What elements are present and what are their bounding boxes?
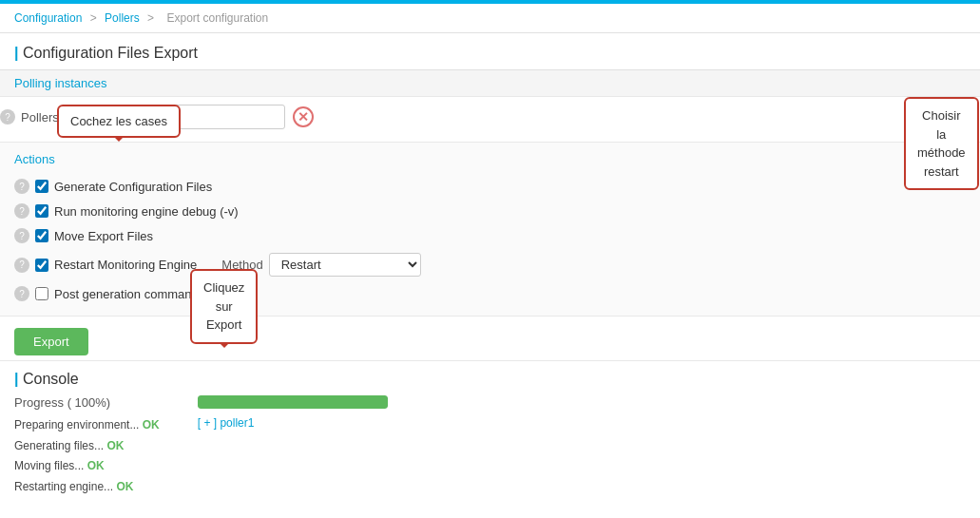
console-log-line: Moving files... OK bbox=[14, 456, 160, 477]
method-label: Method bbox=[221, 258, 262, 272]
console-left: Progress ( 100%) Preparing environment..… bbox=[14, 395, 160, 497]
console-log: Preparing environment... OKGenerating fi… bbox=[14, 415, 160, 497]
action-checkbox-1[interactable] bbox=[35, 204, 48, 218]
action-row: ?Run monitoring engine debug (-v) bbox=[14, 199, 966, 223]
action-label: Post generation command bbox=[54, 287, 199, 301]
action-row: ?Move Export Files bbox=[14, 223, 966, 248]
console-log-status: OK bbox=[116, 480, 133, 493]
console-log-status: OK bbox=[143, 418, 160, 432]
pollers-row: ? Pollers × poller1 ✕ bbox=[0, 97, 980, 137]
pollers-input-area: × poller1 ✕ bbox=[95, 105, 980, 129]
pollers-label: ? Pollers bbox=[0, 109, 76, 125]
console-title: Console bbox=[14, 371, 966, 388]
action-checkbox-2[interactable] bbox=[35, 229, 48, 242]
console-log-line: Restarting engine... OK bbox=[14, 477, 160, 498]
method-select[interactable]: RestartReloadNone bbox=[269, 253, 421, 277]
export-button[interactable]: Export bbox=[14, 328, 88, 355]
action-label: Generate Configuration Files bbox=[54, 180, 212, 194]
action-label: Run monitoring engine debug (-v) bbox=[54, 204, 239, 219]
clear-button[interactable]: ✕ bbox=[293, 106, 314, 127]
action-help-icon[interactable]: ? bbox=[14, 203, 29, 219]
polling-section-title: Polling instances bbox=[0, 70, 980, 97]
progress-bar-fill bbox=[198, 395, 388, 409]
tag-remove-icon[interactable]: × bbox=[107, 111, 113, 123]
tag-label: poller1 bbox=[117, 110, 151, 124]
action-label: Restart Monitoring Engine bbox=[54, 258, 197, 272]
console-section: Console Progress ( 100%) Preparing envir… bbox=[0, 360, 980, 507]
action-checkbox-0[interactable] bbox=[35, 180, 48, 193]
action-row: ?Restart Monitoring EngineMethodRestartR… bbox=[14, 248, 966, 281]
console-log-status: OK bbox=[87, 459, 105, 472]
action-help-icon[interactable]: ? bbox=[14, 258, 29, 273]
poller-tag-input[interactable]: × poller1 bbox=[95, 105, 285, 129]
page-header: Configuration Files Export bbox=[0, 33, 980, 70]
action-row: ?Generate Configuration Files bbox=[14, 174, 966, 199]
pollers-help-icon[interactable]: ? bbox=[0, 109, 15, 125]
actions-list: ?Generate Configuration Files?Run monito… bbox=[14, 174, 966, 306]
console-right: [ + ] poller1 bbox=[198, 395, 388, 430]
action-help-icon[interactable]: ? bbox=[14, 179, 29, 194]
breadcrumb-pollers[interactable]: Pollers bbox=[105, 11, 140, 25]
action-checkbox-4[interactable] bbox=[35, 287, 48, 300]
breadcrumb-configuration[interactable]: Configuration bbox=[14, 11, 82, 25]
breadcrumb-current: Export configuration bbox=[166, 11, 268, 25]
page-title: Configuration Files Export bbox=[14, 45, 966, 62]
console-log-line: Preparing environment... OK bbox=[14, 415, 160, 436]
poller-tag: × poller1 bbox=[102, 108, 157, 125]
poller-status-tag: [ + ] poller1 bbox=[198, 416, 388, 430]
action-row: ?Post generation command bbox=[14, 281, 966, 306]
progress-bar-wrap bbox=[198, 395, 388, 409]
action-checkbox-3[interactable] bbox=[35, 259, 48, 272]
action-help-icon[interactable]: ? bbox=[14, 286, 29, 301]
actions-title: Actions bbox=[14, 152, 966, 166]
export-area: Export Cliquez sur Export bbox=[0, 317, 980, 360]
console-log-line: Generating files... OK bbox=[14, 436, 160, 457]
progress-label: Progress ( 100%) bbox=[14, 395, 160, 410]
console-log-status: OK bbox=[106, 439, 124, 452]
action-help-icon[interactable]: ? bbox=[14, 228, 29, 243]
action-label: Move Export Files bbox=[54, 229, 153, 243]
breadcrumb: Configuration > Pollers > Export configu… bbox=[0, 4, 980, 33]
actions-section: Actions ?Generate Configuration Files?Ru… bbox=[0, 142, 980, 317]
